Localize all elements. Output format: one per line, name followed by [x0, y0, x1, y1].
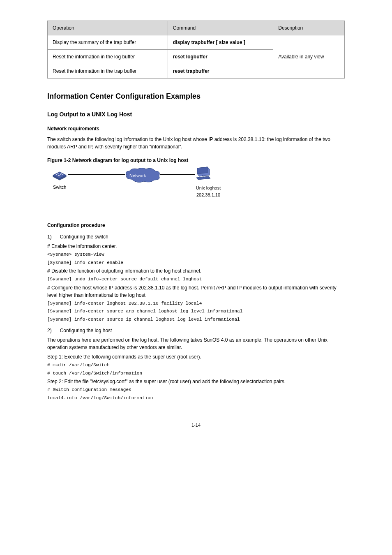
substep: Step 1: Execute the following commands a…	[47, 353, 345, 361]
substep: Step 2: Edit the file "/etc/syslog.conf"…	[47, 378, 345, 385]
desc-cell: Available in any view	[273, 35, 345, 79]
page-number: 1-14	[47, 422, 345, 429]
command-line: [Sysname] info-center source ip channel …	[47, 316, 345, 323]
command-line: [Sysname] info-center loghost 202.38.1.1…	[47, 300, 345, 307]
command-line: <Sysname> system-view	[47, 251, 345, 258]
connector-line	[68, 174, 125, 175]
command-line: [Sysname] undo info-center source defaul…	[47, 276, 345, 283]
procedure-heading: Configuration procedure	[47, 222, 345, 229]
host-icon	[193, 166, 214, 185]
cmd-cell: reset trapbuffer	[168, 64, 273, 79]
col-description: Description	[273, 21, 345, 35]
description: # Configure the host whose IP address is…	[47, 284, 345, 299]
requirements-text: The switch sends the following log infor…	[47, 136, 345, 150]
switch-label: Switch	[53, 184, 66, 191]
connector-line	[160, 174, 195, 175]
cloud-label: Network	[129, 172, 146, 179]
step-marker: 1) Configuring the switch	[47, 233, 345, 240]
command-line: [Sysname] info-center enable	[47, 259, 345, 266]
command-line: local4.info /var/log/Switch/information	[47, 395, 345, 402]
host-label: Unix loghost 202.38.1.10	[192, 185, 225, 198]
switch-icon	[51, 168, 68, 180]
col-operation: Operation	[48, 21, 168, 35]
cmd-cell: reset logbuffer	[168, 50, 273, 64]
op-cell: Reset the information in the trap buffer	[48, 64, 168, 79]
cmd-cell: display trapbuffer [ size value ]	[168, 35, 273, 50]
col-command: Command	[168, 21, 273, 35]
description: # Enable the information center.	[47, 243, 345, 250]
command-line: # touch /var/log/Switch/information	[47, 370, 345, 377]
description: # Disable the function of outputting inf…	[47, 267, 345, 275]
command-line: [Sysname] info-center source arp channel…	[47, 308, 345, 315]
command-line: # Switch configuration messages	[47, 386, 345, 393]
summary-table: Operation Command Description Display th…	[47, 21, 345, 79]
step2-description: The operations here are performed on the…	[47, 336, 345, 351]
op-cell: Display the summary of the trap buffer	[48, 35, 168, 50]
table-row: Display the summary of the trap buffer d…	[48, 35, 345, 50]
subsection-heading: Log Output to a UNIX Log Host	[47, 110, 345, 119]
op-cell: Reset the information in the log buffer	[48, 50, 168, 64]
requirements-heading: Network requirements	[47, 125, 345, 132]
figure-caption: Figure 1-2 Network diagram for log outpu…	[47, 157, 345, 164]
command-line: # mkdir /var/log/Switch	[47, 362, 345, 369]
step-marker: 2) Configuring the log host	[47, 327, 345, 334]
section-heading: Information Center Configuration Example…	[47, 91, 345, 102]
network-diagram: Switch Network Unix loghost 202.38.1.10	[47, 168, 345, 213]
